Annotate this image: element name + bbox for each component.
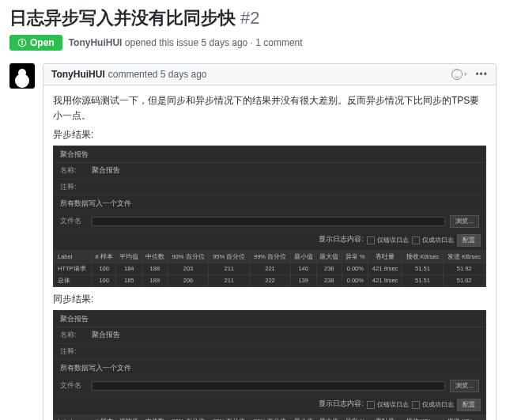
issue-title: 日志异步写入并没有比同步快 [9,6,236,30]
async-report: 聚合报告 名称:聚合报告 注释: 所有数据写入一个文件 文件名浏览... 显示日… [53,146,486,287]
errors-only-checkbox[interactable]: 仅错误日志 [367,234,409,247]
table-row: HTTP请求1001841882032112211402360.00%421.9… [55,263,485,274]
errors-only-checkbox[interactable]: 仅错误日志 [367,399,409,411]
config-button[interactable]: 配置 [457,399,481,411]
comment-author[interactable]: TonyHuiHUI [51,69,105,80]
avatar[interactable] [9,63,35,89]
comment-container: TonyHuiHUI commented 5 days ago + ••• 我用… [43,63,497,420]
browse-button[interactable]: 浏览... [450,215,479,228]
browse-button[interactable]: 浏览... [450,380,479,392]
async-result-label: 异步结果: [53,127,486,142]
issue-opener[interactable]: TonyHuiHUI [69,37,123,48]
success-only-checkbox[interactable]: 仅成功日志 [412,399,454,411]
filename-input[interactable] [92,217,445,226]
issue-number: #2 [240,8,259,28]
show-log-label: 显示日志内容: [319,234,364,247]
filename-input[interactable] [92,381,445,391]
comment-menu-button[interactable]: ••• [475,69,488,80]
async-result-table: Label# 样本平均值中位数90% 百分位95% 百分位99% 百分位最小值最… [54,251,485,286]
sync-result-label: 同步结果: [53,292,486,307]
issue-open-icon [17,38,27,47]
config-button[interactable]: 配置 [457,234,481,247]
success-only-checkbox[interactable]: 仅成功日志 [412,234,454,247]
table-row: 总体1001851892062112221392380.00%421.9/sec… [55,274,485,286]
add-reaction-button[interactable]: + [451,69,467,80]
issue-state-badge: Open [9,35,62,51]
sync-report: 聚合报告 名称:聚合报告 注释: 所有数据写入一个文件 文件名浏览... 显示日… [53,310,486,420]
show-log-label: 显示日志内容: [319,399,364,411]
sync-result-table: Label# 样本平均值中位数90% 百分位95% 百分位99% 百分位最小值最… [54,415,485,420]
comment-body: 我用你源码测试一下，但是同步和异步情况下的结果并没有很大差别。反而异步情况下比同… [43,85,496,420]
issue-opened-meta: opened this issue 5 days ago · 1 comment [125,37,303,48]
comment-meta: commented 5 days ago [108,69,207,80]
